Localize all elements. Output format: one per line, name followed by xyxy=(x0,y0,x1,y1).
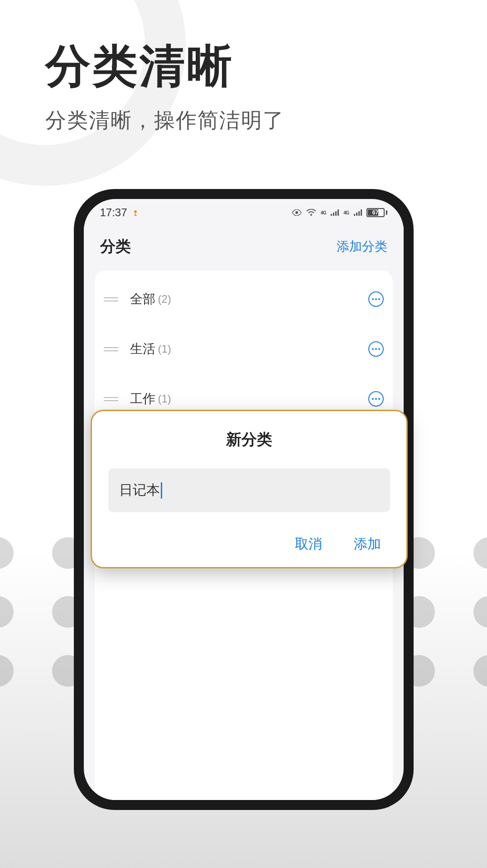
svg-rect-8 xyxy=(356,213,357,216)
network-label-2: 4G xyxy=(343,210,349,215)
drag-handle-icon[interactable] xyxy=(104,397,118,401)
text-cursor xyxy=(161,482,162,499)
category-row[interactable]: 生活 (1) xyxy=(104,324,384,374)
svg-point-0 xyxy=(134,210,137,213)
more-options-button[interactable] xyxy=(368,391,384,407)
svg-rect-4 xyxy=(333,213,334,216)
category-row[interactable]: 全部 (2) xyxy=(104,274,384,324)
svg-rect-3 xyxy=(331,214,332,216)
category-label: 全部 xyxy=(130,291,155,308)
new-category-dialog: 新分类 日记本 取消 添加 xyxy=(91,410,408,568)
drag-handle-icon[interactable] xyxy=(104,297,118,301)
category-label: 生活 xyxy=(130,340,155,358)
carrier-icon xyxy=(132,209,139,216)
network-label-1: 4G xyxy=(321,210,326,215)
category-name-input[interactable]: 日记本 xyxy=(108,468,390,512)
svg-rect-6 xyxy=(338,209,339,216)
svg-rect-7 xyxy=(354,214,355,216)
category-count: (2) xyxy=(158,293,171,305)
more-options-button[interactable] xyxy=(368,341,384,357)
add-category-button[interactable]: 添加分类 xyxy=(337,238,387,255)
cancel-button[interactable]: 取消 xyxy=(295,535,322,553)
battery-percent: 67 xyxy=(372,209,378,216)
promo-headline: 分类清晰 分类清晰，操作简洁明了 xyxy=(0,0,487,135)
category-label: 工作 xyxy=(130,390,155,407)
svg-rect-9 xyxy=(358,211,360,216)
signal-icon-1 xyxy=(331,209,339,216)
status-time: 17:37 xyxy=(100,206,127,219)
status-bar: 17:37 4G 4G 67 xyxy=(84,199,404,226)
dialog-title: 新分类 xyxy=(108,429,390,450)
category-count: (1) xyxy=(158,393,171,405)
svg-point-2 xyxy=(310,214,312,216)
eye-icon xyxy=(292,209,302,216)
battery-indicator: 67 xyxy=(366,208,387,217)
svg-rect-5 xyxy=(335,211,337,216)
promo-subtitle: 分类清晰，操作简洁明了 xyxy=(45,107,442,135)
svg-point-1 xyxy=(295,211,298,214)
signal-icon-2 xyxy=(354,209,362,216)
category-count: (1) xyxy=(158,343,171,355)
page-title: 分类 xyxy=(100,236,131,257)
wifi-icon xyxy=(306,209,316,216)
promo-title: 分类清晰 xyxy=(45,36,442,97)
confirm-button[interactable]: 添加 xyxy=(354,535,381,553)
drag-handle-icon[interactable] xyxy=(104,347,118,351)
app-header: 分类 添加分类 xyxy=(84,226,404,271)
more-options-button[interactable] xyxy=(368,291,384,307)
input-value: 日记本 xyxy=(119,481,160,499)
svg-rect-10 xyxy=(361,209,362,216)
